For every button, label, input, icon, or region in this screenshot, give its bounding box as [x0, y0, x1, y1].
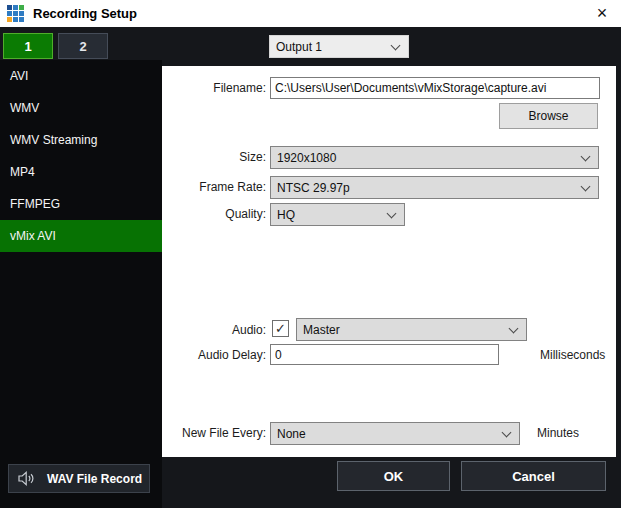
size-select-value: 1920x1080 [277, 151, 336, 165]
sidebar-item-wmv-streaming[interactable]: WMV Streaming [0, 124, 162, 156]
sidebar-item-mp4[interactable]: MP4 [0, 156, 162, 188]
chevron-down-icon [581, 182, 591, 192]
audio-delay-input[interactable] [270, 344, 499, 365]
sidebar-item-wmv[interactable]: WMV [0, 92, 162, 124]
filename-input[interactable] [270, 77, 600, 99]
sidebar-item-ffmpeg[interactable]: FFMPEG [0, 188, 162, 220]
filename-label: Filename: [166, 81, 266, 95]
browse-button[interactable]: Browse [499, 103, 598, 129]
frame-rate-label: Frame Rate: [166, 180, 266, 194]
new-file-every-select-value: None [277, 427, 306, 441]
sidebar-item-avi[interactable]: AVI [0, 60, 162, 92]
chevron-down-icon [509, 324, 519, 334]
chevron-down-icon [502, 428, 512, 438]
wav-file-record-button[interactable]: WAV File Record [8, 464, 150, 493]
checkmark-icon: ✓ [275, 322, 286, 335]
cancel-button[interactable]: Cancel [461, 461, 606, 491]
size-select[interactable]: 1920x1080 [270, 146, 599, 169]
audio-checkbox[interactable]: ✓ [272, 320, 289, 337]
audio-label: Audio: [166, 323, 266, 337]
chevron-down-icon [581, 152, 591, 162]
quality-select[interactable]: HQ [270, 203, 405, 226]
size-label: Size: [166, 150, 266, 164]
recording-setup-window: Recording Setup × 1 2 Output 1 AVI WMV W… [0, 0, 621, 508]
settings-panel: Filename: Browse Size: 1920x1080 Frame R… [162, 66, 616, 457]
milliseconds-label: Milliseconds [540, 348, 605, 362]
tab-output-1[interactable]: 1 [3, 33, 53, 59]
titlebar: Recording Setup × [0, 0, 621, 27]
audio-source-select-value: Master [303, 323, 340, 337]
sidebar-item-vmix-avi[interactable]: vMix AVI [0, 220, 162, 252]
chevron-down-icon [387, 209, 397, 219]
new-file-every-select[interactable]: None [270, 422, 520, 445]
close-icon[interactable]: × [589, 2, 615, 24]
audio-source-select[interactable]: Master [296, 318, 527, 341]
wav-file-record-label: WAV File Record [47, 472, 142, 486]
output-select-value: Output 1 [276, 40, 322, 54]
new-file-every-label: New File Every: [166, 426, 266, 440]
audio-delay-label: Audio Delay: [166, 348, 266, 362]
speaker-icon [18, 471, 35, 486]
format-sidebar: AVI WMV WMV Streaming MP4 FFMPEG vMix AV… [0, 60, 162, 508]
quality-select-value: HQ [277, 208, 295, 222]
tab-output-2[interactable]: 2 [58, 33, 108, 59]
quality-label: Quality: [166, 207, 266, 221]
chevron-down-icon [391, 41, 401, 51]
output-select[interactable]: Output 1 [269, 35, 409, 58]
frame-rate-select-value: NTSC 29.97p [277, 181, 350, 195]
vmix-logo-icon [7, 5, 24, 22]
window-title: Recording Setup [33, 6, 137, 21]
minutes-label: Minutes [537, 426, 579, 440]
ok-button[interactable]: OK [337, 461, 450, 491]
frame-rate-select[interactable]: NTSC 29.97p [270, 176, 599, 199]
